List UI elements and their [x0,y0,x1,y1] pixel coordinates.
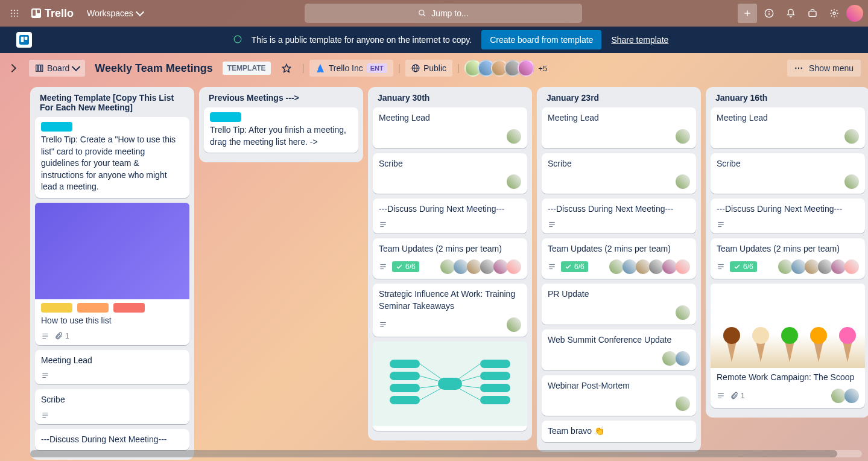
card-footer [548,396,690,411]
card-text: ---Discuss During Next Meeting--- [548,203,690,215]
card[interactable]: Team Updates (2 mins per team) 6/6 [542,238,696,279]
avatar [493,259,508,274]
dots-icon: ⋯ [794,63,804,73]
svg-rect-24 [41,65,43,72]
board-view-switcher[interactable]: Board [29,60,85,77]
user-avatar[interactable] [846,5,863,22]
card-text: ---Discuss During Next Meeting--- [41,434,183,446]
create-board-button[interactable]: Create board from template [481,30,601,49]
card[interactable]: Team bravo 👏 [542,421,696,442]
apps-switcher-icon[interactable] [5,4,24,23]
search-icon [418,9,426,17]
settings-button[interactable] [825,4,844,23]
board-canvas[interactable]: Meeting Template [Copy This List For Eac… [0,83,868,461]
notifications-button[interactable] [781,4,800,23]
card[interactable]: Remote Work Campaign: The Scoop 1 [711,284,865,408]
card[interactable]: Strategic Influence At Work: Training Se… [373,284,527,336]
label-pill[interactable] [113,303,145,313]
card-text: Scribe [548,158,690,170]
card[interactable]: ---Discuss During Next Meeting--- [373,199,527,234]
svg-rect-51 [390,396,420,404]
card[interactable]: Scribe [373,153,527,194]
card[interactable]: Team Updates (2 mins per team) 6/6 [711,238,865,279]
list-title[interactable]: Previous Meetings ---> [204,93,358,107]
svg-rect-50 [390,384,420,392]
trello-logo-text: Trello [45,7,74,20]
boards-button[interactable] [803,4,822,23]
card-footer [717,174,859,189]
svg-rect-23 [39,65,40,72]
svg-point-1 [14,10,15,11]
svg-rect-48 [390,360,420,368]
card-cover [35,203,189,299]
more-members-count[interactable]: +5 [538,64,547,73]
card[interactable]: PR Update [542,284,696,325]
card[interactable]: Scribe [35,389,189,424]
svg-point-2 [17,10,18,11]
create-button[interactable] [738,4,757,23]
card-footer [379,220,521,229]
card[interactable]: Web Summit Conference Update [542,329,696,370]
card[interactable]: Meeting Lead [35,350,189,385]
share-template-link[interactable]: Share template [611,35,668,45]
card[interactable]: Meeting Lead [373,107,527,148]
visibility-button[interactable]: Public [405,60,452,77]
trello-app-icon [16,32,32,48]
card-members [847,174,859,189]
description-icon [717,392,725,400]
board-members[interactable]: +5 [464,60,547,77]
card-footer [41,371,183,380]
card[interactable]: Webinar Post-Mortem [542,375,696,416]
card[interactable]: Scribe [711,153,865,194]
card[interactable]: ---Discuss During Next Meeting--- [711,199,865,234]
list-title[interactable]: Meeting Template [Copy This List For Eac… [35,93,189,117]
horizontal-scrollbar[interactable] [30,450,862,457]
card[interactable]: Scribe [542,153,696,194]
card[interactable]: Team Updates (2 mins per team) 6/6 [373,238,527,279]
template-banner: This is a public template for anyone on … [0,27,868,53]
card-members [678,305,690,320]
card-text: Meeting Lead [717,112,859,124]
card[interactable]: Meeting Lead [542,107,696,148]
card[interactable]: How to use this list 1 [35,203,189,345]
list-title[interactable]: January 16th [711,93,865,107]
card[interactable]: Meeting Lead [711,107,865,148]
list-title[interactable]: January 23rd [542,93,696,107]
avatar [791,259,806,274]
board-title[interactable]: Weekly Team Meetings [90,62,217,75]
label-pill[interactable] [210,112,241,122]
card[interactable]: ---Discuss During Next Meeting--- [35,429,189,451]
star-button[interactable] [276,60,297,77]
avatar [676,396,690,411]
svg-point-5 [17,13,18,14]
list-title[interactable]: January 30th [373,93,527,107]
plus-icon [743,8,752,18]
description-icon [379,320,387,329]
svg-rect-18 [19,35,29,45]
svg-rect-20 [25,37,28,40]
card-text: Scribe [379,158,521,170]
card[interactable]: Trello Tip: Create a "How to use this li… [35,117,189,198]
organization-button[interactable]: Trello Inc ENT [309,60,393,77]
card-text: Trello Tip: After you finish a meeting, … [210,124,352,148]
card[interactable]: ---Discuss During Next Meeting--- [542,199,696,234]
sidebar-expand-button[interactable] [0,56,24,80]
label-pill[interactable] [41,303,72,313]
list: Meeting Template [Copy This List For Eac… [30,87,194,460]
card-footer [548,174,690,189]
workspaces-button[interactable]: Workspaces [81,5,149,22]
card-badges: 1 [41,332,69,340]
label-pill[interactable] [77,303,109,313]
svg-rect-22 [36,65,38,72]
card-members [678,129,690,144]
show-menu-button[interactable]: ⋯ Show menu [787,60,861,77]
avatar [454,259,468,274]
card[interactable]: Trello Tip: After you finish a meeting, … [204,107,358,153]
info-button[interactable] [759,4,779,23]
avatar [818,259,832,274]
label-pill[interactable] [41,122,72,132]
card[interactable] [373,342,527,431]
show-menu-label: Show menu [809,63,854,73]
search-input[interactable]: Jump to... [305,4,582,23]
trello-logo[interactable]: Trello [27,7,78,20]
